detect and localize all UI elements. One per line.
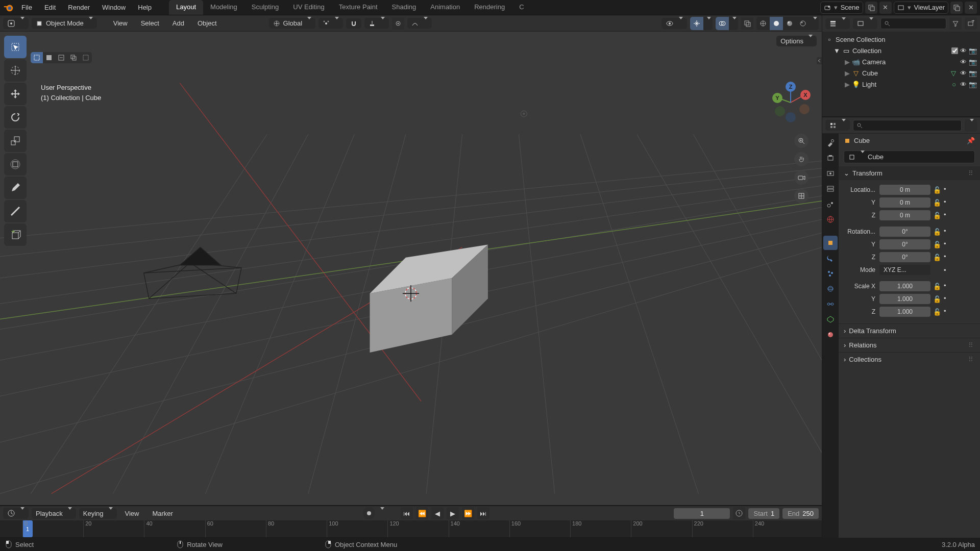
workspace-sculpting[interactable]: Sculpting [244, 0, 286, 15]
outliner-item-light[interactable]: ▶ 💡 Light ○ 👁📷 [823, 79, 979, 90]
tab-modifiers[interactable] [823, 251, 838, 265]
disclosure-icon[interactable]: ▶ [845, 69, 850, 77]
menu-select[interactable]: Select [136, 17, 164, 29]
camera-view-icon[interactable] [794, 170, 808, 185]
workspace-uv-editing[interactable]: UV Editing [286, 0, 331, 15]
select-mode-new[interactable] [31, 52, 43, 63]
disable-render-icon[interactable]: 📷 [969, 81, 977, 88]
workspace-modeling[interactable]: Modeling [203, 0, 244, 15]
menu-edit[interactable]: Edit [39, 2, 61, 13]
location-x-field[interactable]: 0 m [879, 185, 930, 195]
axis-y[interactable]: Y [772, 93, 782, 103]
outliner-item-camera[interactable]: ▶ 📹 Camera 👁📷 [823, 56, 979, 67]
object-name-field[interactable]: Cube [844, 151, 975, 163]
autokey-toggle[interactable] [363, 507, 375, 519]
tab-mesh-data[interactable] [823, 312, 838, 327]
proportional-edit[interactable] [392, 17, 404, 30]
tool-transform[interactable] [4, 153, 27, 176]
select-mode-intersect[interactable] [67, 52, 80, 63]
show-gizmo[interactable] [690, 17, 703, 30]
tab-particles[interactable] [823, 266, 838, 281]
workspace-shading[interactable]: Shading [385, 0, 424, 15]
jump-keyframe-back-icon[interactable]: ⏪ [416, 507, 428, 519]
panel-delta-transform[interactable]: ›Delta Transform [839, 323, 980, 338]
disclosure-icon[interactable]: ▼ [834, 47, 840, 55]
tab-constraints[interactable] [823, 297, 838, 311]
lock-icon[interactable]: 🔓 [933, 227, 942, 236]
mode-selector[interactable]: Object Mode [32, 18, 97, 29]
axis-neg-y[interactable] [799, 104, 810, 114]
lock-icon[interactable]: 🔓 [933, 253, 942, 262]
pin-icon[interactable]: 📌 [967, 137, 975, 144]
timeline-view-menu[interactable]: View [120, 508, 144, 519]
perspective-toggle-icon[interactable] [794, 189, 808, 203]
outliner-scene-collection[interactable]: ▫ Scene Collection [823, 34, 979, 45]
lock-icon[interactable]: 🔓 [933, 240, 942, 249]
axis-z[interactable]: Z [786, 82, 796, 92]
select-mode-subtract[interactable] [55, 52, 67, 63]
timeline-strip[interactable]: 1 020406080100120140160180200220240 [0, 520, 822, 538]
jump-to-start-icon[interactable]: ⏮ [401, 507, 413, 519]
autokey-dropdown[interactable] [378, 510, 384, 517]
panel-drag-icon[interactable]: ⠿ [968, 169, 975, 177]
tool-rotate[interactable] [4, 106, 27, 129]
current-frame-field[interactable]: 1 [674, 508, 730, 519]
menu-window[interactable]: Window [97, 2, 131, 13]
outliner-new-collection-icon[interactable]: + [965, 17, 977, 30]
lock-icon[interactable]: 🔓 [933, 185, 942, 194]
tool-move[interactable] [4, 83, 27, 105]
panel-relations[interactable]: ›Relations⠿ [839, 338, 980, 352]
hide-viewport-icon[interactable]: 👁 [960, 58, 967, 66]
menu-file[interactable]: File [16, 2, 37, 13]
disable-render-icon[interactable]: 📷 [969, 47, 977, 55]
tab-object[interactable] [823, 236, 838, 250]
new-viewlayer-icon[interactable] [950, 2, 963, 14]
disable-render-icon[interactable]: 📷 [969, 58, 977, 66]
zoom-viewport-icon[interactable] [794, 134, 808, 148]
properties-editor-selector[interactable] [825, 120, 850, 131]
menu-add[interactable]: Add [167, 17, 189, 29]
playback-menu[interactable]: Playback [32, 508, 76, 519]
hide-viewport-icon[interactable]: 👁 [960, 47, 967, 55]
delete-scene-icon[interactable]: ✕ [879, 2, 892, 14]
scene-selector[interactable]: ▾ Scene [820, 2, 863, 14]
disable-render-icon[interactable]: 📷 [969, 69, 977, 77]
lock-icon[interactable]: 🔓 [933, 198, 942, 207]
proportional-falloff[interactable] [407, 18, 432, 29]
tab-scene[interactable] [823, 197, 838, 211]
xray-toggle[interactable] [741, 17, 753, 30]
panel-transform-header[interactable]: ⌄ Transform ⠿ [839, 166, 980, 180]
axis-neg-z[interactable] [786, 112, 796, 122]
lock-icon[interactable]: 🔓 [933, 211, 942, 220]
tool-add-cube[interactable]: + [4, 223, 27, 246]
tab-render[interactable] [823, 151, 838, 165]
menu-object[interactable]: Object [192, 17, 222, 29]
lock-icon[interactable]: 🔓 [933, 294, 942, 304]
location-z-field[interactable]: 0 m [879, 210, 930, 220]
keying-menu[interactable]: Keying [79, 508, 117, 519]
lock-icon[interactable]: 🔓 [933, 307, 942, 316]
shading-solid[interactable] [770, 17, 783, 30]
rotation-y-field[interactable]: 0° [879, 239, 930, 249]
lock-icon[interactable]: 🔓 [933, 282, 942, 291]
gizmo-dropdown[interactable] [703, 17, 713, 30]
outliner-search[interactable] [880, 18, 946, 29]
axis-neg-x[interactable] [775, 106, 785, 116]
outliner-item-cube[interactable]: ▶ ▽ Cube ▽ 👁📷 [823, 67, 979, 79]
editor-type-selector[interactable] [3, 18, 29, 29]
tool-scale[interactable] [4, 130, 27, 152]
transform-orientation[interactable]: Global [269, 18, 316, 29]
tab-material[interactable] [823, 328, 838, 342]
delete-viewlayer-icon[interactable]: ✕ [965, 2, 977, 14]
rotation-mode-dropdown[interactable]: XYZ E... [879, 265, 930, 275]
menu-help[interactable]: Help [133, 2, 157, 13]
snap-settings[interactable] [364, 18, 389, 29]
scene-name[interactable]: Scene [841, 4, 860, 11]
new-scene-icon[interactable] [865, 2, 877, 14]
hide-viewport-icon[interactable]: 👁 [960, 81, 967, 88]
shading-wireframe[interactable] [756, 17, 770, 30]
properties-options-icon[interactable] [965, 119, 977, 132]
disclosure-icon[interactable]: ▶ [845, 58, 850, 66]
tab-viewlayer[interactable] [823, 182, 838, 196]
rotation-z-field[interactable]: 0° [879, 252, 930, 262]
